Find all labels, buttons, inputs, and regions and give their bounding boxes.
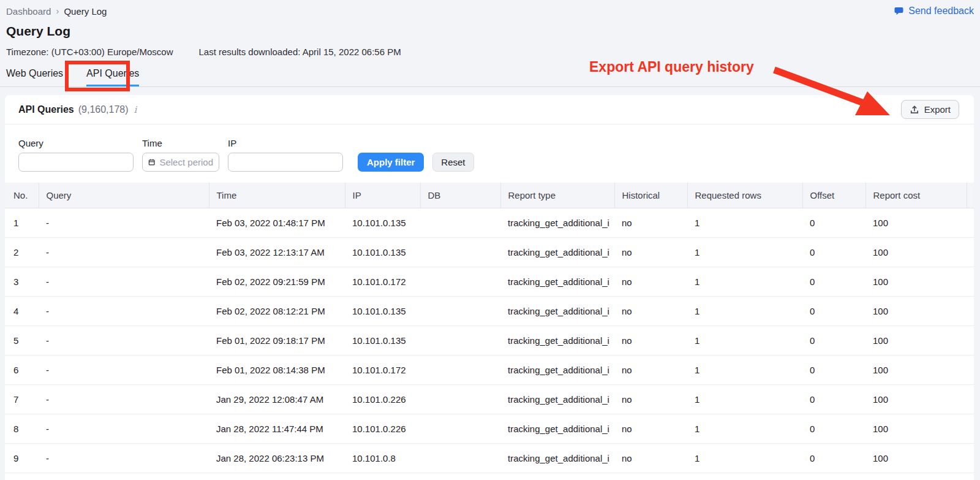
table-cell: 0 [802,384,865,414]
reset-button[interactable]: Reset [432,153,473,172]
table-cell: 0 [802,267,865,296]
card-title-group: API Queries (9,160,178) i [18,104,138,115]
tab-bar: Web Queries API Queries [0,68,980,87]
table-header-row: No.QueryTimeIPDBReport typeHistoricalReq… [5,183,974,208]
table-row: 1-Feb 03, 2022 01:48:17 PM10.101.0.135tr… [5,208,974,237]
table-cell: 1 [687,296,802,326]
export-button-label: Export [924,104,951,115]
chevron-right-icon: › [56,6,59,16]
column-header: Report cost [865,183,967,208]
column-header: DB [420,183,500,208]
ip-filter-input[interactable] [228,153,343,172]
table-cell [420,237,500,267]
table-cell: 10.101.0.135 [345,237,420,267]
table-cell: no [614,414,687,443]
table-cell: 100 [865,414,967,443]
table-cell: 0 [802,208,865,237]
table-cell [420,384,500,414]
column-header: Query [39,183,209,208]
table-cell-filler [967,384,974,414]
api-queries-card: API Queries (9,160,178) i Export Query T… [5,95,974,480]
time-period-select[interactable]: Select period [142,153,219,172]
table-cell: no [614,326,687,355]
column-header: Offset [802,183,865,208]
table-cell: tracking_get_additional_i [500,414,614,443]
table-row: 5-Feb 01, 2022 09:18:17 PM10.101.0.135tr… [5,326,974,355]
table-cell: no [614,355,687,384]
table-cell: 100 [865,384,967,414]
table-cell: 1 [687,384,802,414]
table-cell: - [39,414,209,443]
table-cell: tracking_get_additional_i [500,355,614,384]
breadcrumb-dashboard-link[interactable]: Dashboard [6,6,51,17]
table-cell: 0 [802,355,865,384]
query-filter-field: Query [18,138,134,172]
table-cell: 0 [802,296,865,326]
table-cell [420,267,500,296]
export-button[interactable]: Export [901,100,959,119]
table-cell-filler [967,355,974,384]
table-cell: no [614,296,687,326]
table-cell [420,355,500,384]
table-cell: - [39,208,209,237]
table-cell: 100 [865,443,967,473]
table-cell: no [614,237,687,267]
table-cell: Feb 02, 2022 09:21:59 PM [209,267,345,296]
column-header: Requested rows [687,183,802,208]
time-filter-field: Time Select period [142,138,219,172]
table-cell: 4 [5,296,39,326]
table-row: 8-Jan 28, 2022 11:47:44 PM10.101.0.226tr… [5,414,974,443]
table-cell: Feb 03, 2022 12:13:17 AM [209,237,345,267]
table-cell: 10.101.0.135 [345,326,420,355]
column-header: No. [5,183,39,208]
api-queries-table: No.QueryTimeIPDBReport typeHistoricalReq… [5,183,974,473]
table-row: 3-Feb 02, 2022 09:21:59 PM10.101.0.172tr… [5,267,974,296]
table-cell: - [39,267,209,296]
table-cell: 0 [802,237,865,267]
table-cell: tracking_get_additional_i [500,326,614,355]
table-row: 2-Feb 03, 2022 12:13:17 AM10.101.0.135tr… [5,237,974,267]
table-cell: - [39,443,209,473]
calendar-icon [148,158,155,167]
table-cell: 10.101.0.226 [345,384,420,414]
send-feedback-link[interactable]: Send feedback [894,6,974,17]
table-cell: - [39,237,209,267]
query-filter-input[interactable] [18,153,134,172]
table-cell: 0 [802,414,865,443]
table-cell: no [614,443,687,473]
time-filter-label: Time [142,138,219,148]
table-cell: 1 [687,237,802,267]
column-header: Report type [500,183,614,208]
table-row: 4-Feb 02, 2022 08:12:21 PM10.101.0.135tr… [5,296,974,326]
feedback-bubble-icon [894,6,904,16]
table-cell: tracking_get_additional_i [500,208,614,237]
table-cell: 1 [687,267,802,296]
table-cell: tracking_get_additional_i [500,443,614,473]
table-cell-filler [967,443,974,473]
query-count: (9,160,178) [78,104,129,115]
tab-web-queries[interactable]: Web Queries [6,68,63,86]
table-cell [420,296,500,326]
table-cell: no [614,208,687,237]
table-cell-filler [967,296,974,326]
table-cell: 10.101.0.172 [345,355,420,384]
table-cell: 7 [5,384,39,414]
table-cell: 10.101.0.135 [345,208,420,237]
table-cell: 1 [687,208,802,237]
table-cell: 0 [802,443,865,473]
tab-api-queries[interactable]: API Queries [86,68,139,86]
table-cell: 1 [687,355,802,384]
timezone-label: Timezone: (UTC+03:00) Europe/Moscow [6,47,173,57]
table-cell: 5 [5,326,39,355]
table-cell: 10.101.0.8 [345,443,420,473]
annotation-text: Export API query history [589,59,754,75]
apply-filter-button[interactable]: Apply filter [358,153,424,172]
table-cell-filler [967,267,974,296]
table-cell: 100 [865,208,967,237]
table-cell: Feb 03, 2022 01:48:17 PM [209,208,345,237]
table-cell: - [39,296,209,326]
info-icon[interactable]: i [133,104,138,115]
table-cell: 10.101.0.135 [345,296,420,326]
breadcrumb: Dashboard › Query Log [6,5,974,17]
table-cell: 0 [802,326,865,355]
